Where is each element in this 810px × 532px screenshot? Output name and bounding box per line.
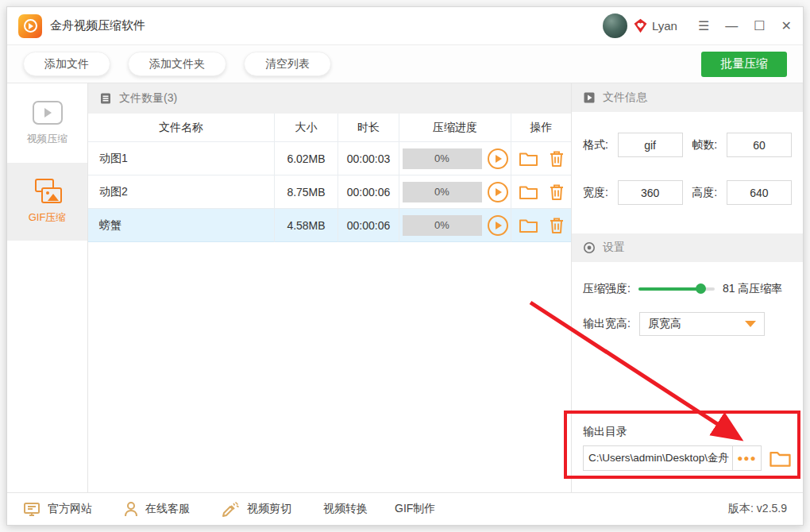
menu-icon[interactable]: ☰ bbox=[698, 20, 709, 33]
col-filename: 文件名称 bbox=[88, 114, 275, 142]
add-folder-button[interactable]: 添加文件夹 bbox=[128, 52, 226, 76]
col-size: 大小 bbox=[275, 114, 338, 142]
sidebar-item-label: GIF压缩 bbox=[29, 210, 67, 225]
table-row[interactable]: 动图2 8.75MB 00:00:06 0% bbox=[88, 175, 571, 209]
screenshot-page: 金舟视频压缩软件 Lyan ☰ — ☐ ✕ 添加文件 添加文件夹 清空列表 批量 bbox=[0, 0, 810, 532]
megaphone-icon bbox=[222, 501, 240, 518]
col-actions: 操作 bbox=[511, 114, 571, 142]
version-label: 版本: v2.5.9 bbox=[728, 502, 787, 516]
delete-trash-icon[interactable] bbox=[549, 183, 565, 201]
file-name: 动图2 bbox=[88, 175, 275, 209]
table-row[interactable]: 动图1 6.02MB 00:00:03 0% bbox=[88, 142, 571, 175]
strength-slider-thumb[interactable] bbox=[696, 283, 706, 294]
file-duration: 00:00:03 bbox=[338, 142, 399, 175]
format-field[interactable]: gif bbox=[618, 133, 683, 157]
width-label: 宽度: bbox=[583, 186, 608, 200]
play-button[interactable] bbox=[488, 182, 508, 202]
user-avatar[interactable] bbox=[603, 13, 627, 38]
file-duration: 00:00:06 bbox=[338, 175, 399, 209]
close-icon[interactable]: ✕ bbox=[781, 20, 792, 33]
output-size-value: 原宽高 bbox=[648, 317, 681, 331]
output-size-dropdown[interactable]: 原宽高 bbox=[639, 312, 765, 336]
col-duration: 时长 bbox=[338, 114, 399, 142]
vip-badge-icon bbox=[633, 18, 648, 33]
app-logo-icon bbox=[18, 14, 42, 38]
sidebar-item-label: 视频压缩 bbox=[27, 132, 68, 146]
open-folder-icon[interactable] bbox=[519, 217, 538, 233]
play-button[interactable] bbox=[488, 215, 508, 236]
frames-field[interactable]: 60 bbox=[727, 133, 792, 157]
file-size: 4.58MB bbox=[275, 209, 338, 242]
right-panel: 文件信息 格式: gif 帧数: 60 宽度: 360 高度: 640 bbox=[571, 83, 803, 492]
sidebar: 视频压缩 GIF压缩 bbox=[7, 83, 88, 492]
file-count-label: 文件数量(3) bbox=[119, 91, 177, 106]
progress-bar: 0% bbox=[403, 215, 482, 236]
app-window: 金舟视频压缩软件 Lyan ☰ — ☐ ✕ 添加文件 添加文件夹 清空列表 批量 bbox=[6, 6, 804, 526]
monitor-icon bbox=[23, 502, 40, 517]
format-label: 格式: bbox=[583, 138, 608, 152]
minimize-icon[interactable]: — bbox=[725, 20, 738, 33]
output-dir-section: 输出目录 C:\Users\admin\Desktop\金舟 ●●● bbox=[572, 425, 803, 492]
file-name: 动图1 bbox=[88, 142, 275, 175]
play-button[interactable] bbox=[488, 148, 508, 169]
file-name: 螃蟹 bbox=[88, 209, 275, 242]
window-controls: ☰ — ☐ ✕ bbox=[698, 20, 792, 33]
content-area: 视频压缩 GIF压缩 bbox=[7, 83, 803, 492]
col-progress: 压缩进度 bbox=[399, 114, 511, 142]
table-header: 文件名称 大小 时长 压缩进度 操作 bbox=[88, 114, 571, 142]
settings-title: 设置 bbox=[603, 241, 625, 255]
footer-link-video-cut[interactable]: 视频剪切 bbox=[222, 501, 291, 518]
sidebar-item-gif-compress[interactable]: GIF压缩 bbox=[7, 163, 87, 241]
output-dir-label: 输出目录 bbox=[583, 425, 792, 439]
open-folder-icon[interactable] bbox=[519, 150, 538, 167]
video-compress-icon bbox=[33, 101, 63, 125]
footer-link-gif-maker[interactable]: GIF制作 bbox=[395, 502, 435, 516]
file-info-title: 文件信息 bbox=[603, 91, 647, 105]
title-bar: 金舟视频压缩软件 Lyan ☰ — ☐ ✕ bbox=[7, 7, 803, 45]
strength-label: 压缩强度: bbox=[583, 282, 631, 296]
sidebar-item-video-compress[interactable]: 视频压缩 bbox=[7, 83, 87, 163]
strength-slider-fill bbox=[638, 287, 700, 291]
footer-link-online-support[interactable]: 在线客服 bbox=[124, 501, 190, 517]
output-size-label: 输出宽高: bbox=[583, 317, 631, 331]
gif-compress-icon bbox=[33, 179, 62, 203]
table-row-selected[interactable]: 螃蟹 4.58MB 00:00:06 0% bbox=[88, 209, 571, 242]
progress-bar: 0% bbox=[403, 182, 482, 202]
add-file-button[interactable]: 添加文件 bbox=[23, 52, 110, 76]
output-dir-path[interactable]: C:\Users\admin\Desktop\金舟 bbox=[584, 446, 732, 470]
file-size: 6.02MB bbox=[275, 142, 338, 175]
delete-trash-icon[interactable] bbox=[549, 217, 565, 234]
maximize-icon[interactable]: ☐ bbox=[754, 20, 765, 33]
width-field[interactable]: 360 bbox=[618, 180, 683, 205]
browse-more-button[interactable]: ●●● bbox=[732, 446, 761, 470]
open-output-folder-icon[interactable] bbox=[769, 449, 792, 468]
progress-bar: 0% bbox=[403, 148, 482, 169]
open-folder-icon[interactable] bbox=[519, 183, 538, 200]
height-label: 高度: bbox=[692, 186, 717, 200]
frames-label: 帧数: bbox=[692, 138, 717, 152]
file-duration: 00:00:06 bbox=[338, 209, 399, 242]
file-info-fields: 格式: gif 帧数: 60 宽度: 360 高度: 640 bbox=[572, 112, 803, 228]
clear-list-button[interactable]: 清空列表 bbox=[244, 52, 331, 76]
footer-bar: 官方网站 在线客服 视频剪切 视频转换 G bbox=[7, 492, 803, 525]
file-list-panel: 文件数量(3) 文件名称 大小 时长 压缩进度 操作 动图1 6.02MB 00… bbox=[88, 83, 571, 492]
toolbar: 添加文件 添加文件夹 清空列表 批量压缩 bbox=[7, 45, 803, 83]
app-title: 金舟视频压缩软件 bbox=[50, 18, 145, 33]
compress-strength-row: 压缩强度: 81 高压缩率 bbox=[572, 282, 803, 296]
delete-trash-icon[interactable] bbox=[549, 150, 565, 168]
file-size: 8.75MB bbox=[275, 175, 338, 209]
file-count-bar: 文件数量(3) bbox=[88, 83, 571, 114]
output-size-row: 输出宽高: 原宽高 bbox=[572, 312, 803, 336]
settings-icon bbox=[583, 241, 596, 254]
chevron-down-icon bbox=[745, 321, 756, 327]
strength-slider[interactable] bbox=[638, 287, 715, 291]
footer-link-video-convert[interactable]: 视频转换 bbox=[323, 502, 368, 516]
settings-header: 设置 bbox=[572, 233, 803, 262]
username[interactable]: Lyan bbox=[652, 19, 677, 33]
batch-compress-button[interactable]: 批量压缩 bbox=[701, 52, 787, 77]
file-info-header: 文件信息 bbox=[572, 83, 803, 112]
height-field[interactable]: 640 bbox=[727, 180, 792, 205]
footer-link-official-site[interactable]: 官方网站 bbox=[23, 502, 92, 517]
output-dir-input[interactable]: C:\Users\admin\Desktop\金舟 ●●● bbox=[583, 445, 762, 471]
file-list-icon bbox=[99, 92, 112, 105]
